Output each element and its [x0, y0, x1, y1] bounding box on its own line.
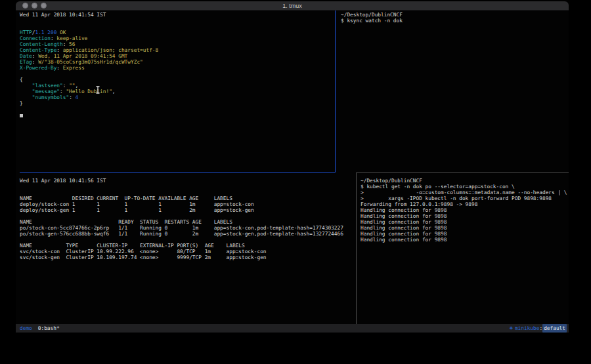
- terminal-line: deploy/stock-con 1 1 1 1 1m app=stock-co…: [20, 201, 356, 207]
- desktop-background: 1. tmux Wed 11 Apr 2018 10:41:54 ISTHTTP…: [0, 0, 591, 364]
- terminal-line: Wed 11 Apr 2018 10:41:56 IST: [20, 178, 356, 184]
- window-titlebar[interactable]: 1. tmux: [16, 1, 569, 10]
- pane-top-left-http-output[interactable]: Wed 11 Apr 2018 10:41:54 ISTHTTP/1.1 200…: [16, 10, 335, 172]
- terminal-line: "message": "Hello Dublin!",: [20, 89, 335, 94]
- pane-bottom-left-kubectl-get[interactable]: Wed 11 Apr 2018 10:41:56 ISTNAME DESIRED…: [16, 173, 356, 325]
- terminal-line: Connection: keep-alive: [20, 35, 335, 41]
- zoom-button[interactable]: [41, 3, 47, 9]
- tmux-content-area: Wed 11 Apr 2018 10:41:54 ISTHTTP/1.1 200…: [16, 10, 569, 325]
- terminal-line: NAME READY STATUS RESTARTS AGE LABELS: [20, 219, 356, 225]
- terminal-cursor: [20, 114, 23, 117]
- minimize-button[interactable]: [32, 3, 37, 9]
- terminal-line: Forwarding from 127.0.0.1:9898 -> 9898: [361, 201, 569, 207]
- pane-top-right-ksync[interactable]: ~/Desktop/DublinCNCF$ ksync watch -n dok: [338, 10, 569, 172]
- terminal-line: Handling connection for 9898: [361, 231, 569, 237]
- terminal-line: $ ksync watch -n dok: [341, 18, 569, 24]
- terminal-line: ETag: W/"38-05coCsrg3mQ75sHr1d/qcWTwYZc": [20, 59, 335, 65]
- terminal-line: HTTP/1.1 200 OK: [20, 30, 335, 35]
- terminal-line: svc/stock-gen ClusterIP 10.109.197.74 <n…: [20, 254, 356, 260]
- terminal-line: $ kubectl get -n dok po --selector=app=s…: [361, 184, 569, 190]
- terminal-line: Content-Length: 56: [20, 41, 335, 47]
- terminal-line: Wed 11 Apr 2018 10:41:54 IST: [20, 12, 335, 18]
- active-window-label[interactable]: 0:bash*: [38, 324, 60, 333]
- terminal-line: X-Powered-By: Express: [20, 65, 335, 71]
- kubernetes-helm-icon: ☸: [510, 324, 513, 333]
- terminal-line: "numsymbols": 4: [20, 94, 335, 100]
- pane-divider-vertical-bottom[interactable]: [356, 173, 357, 325]
- kube-context: minikube: [515, 324, 540, 333]
- terminal-line: > xargs -IPOD kubectl -n dok port-forwar…: [361, 195, 569, 201]
- terminal-line: [20, 106, 335, 112]
- traffic-light-buttons: [16, 3, 47, 9]
- pane-bottom-right-port-forward[interactable]: ~/Desktop/DublinCNCF$ kubectl get -n dok…: [358, 173, 569, 325]
- session-name: demo: [20, 324, 32, 333]
- terminal-line: Content-Type: application/json; charset=…: [20, 47, 335, 53]
- terminal-line: [20, 184, 356, 190]
- window-title: 1. tmux: [16, 3, 569, 9]
- terminal-line: svc/stock-con ClusterIP 10.99.222.96 <no…: [20, 249, 356, 254]
- terminal-line: po/stock-gen-576cc688bb-swqf6 1/1 Runnin…: [20, 231, 356, 237]
- terminal-line: ~/Desktop/DublinCNCF: [341, 12, 569, 18]
- terminal-line: "lastseen": "",: [20, 83, 335, 89]
- terminal-line: [20, 24, 335, 30]
- terminal-line: po/stock-con-5cc874766c-2p6rp 1/1 Runnin…: [20, 225, 356, 231]
- terminal-line: NAME TYPE CLUSTER-IP EXTERNAL-IP PORT(S)…: [20, 243, 356, 249]
- terminal-line: Handling connection for 9898: [361, 219, 569, 225]
- terminal-line: [20, 18, 335, 24]
- terminal-line: ~/Desktop/DublinCNCF: [361, 178, 569, 184]
- terminal-line: [20, 71, 335, 77]
- tmux-status-bar: demo 0:bash* ☸ minikube : default: [16, 324, 569, 333]
- pane-divider-vertical-top[interactable]: [335, 10, 336, 172]
- terminal-line: NAME DESIRED CURRENT UP-TO-DATE AVAILABL…: [20, 195, 356, 201]
- terminal-line: [20, 112, 335, 118]
- terminal-line: {: [20, 77, 335, 83]
- terminal-line: }: [20, 100, 335, 106]
- terminal-line: [20, 237, 356, 243]
- terminal-line: > -o=custom-columns=:metadata.name --no-…: [361, 190, 569, 195]
- close-button[interactable]: [22, 3, 28, 9]
- terminal-line: Handling connection for 9898: [361, 237, 569, 243]
- terminal-line: Handling connection for 9898: [361, 207, 569, 213]
- terminal-line: [20, 213, 356, 219]
- terminal-line: Handling connection for 9898: [361, 213, 569, 219]
- terminal-window: 1. tmux Wed 11 Apr 2018 10:41:54 ISTHTTP…: [16, 1, 569, 333]
- terminal-line: deploy/stock-gen 1 1 1 1 2m app=stock-ge…: [20, 207, 356, 213]
- mouse-cursor: [95, 84, 100, 96]
- kube-namespace-badge: default: [542, 324, 567, 333]
- terminal-line: Date: Wed, 11 Apr 2018 09:41:54 GMT: [20, 53, 335, 59]
- terminal-line: Handling connection for 9898: [361, 225, 569, 231]
- terminal-line: [20, 190, 356, 195]
